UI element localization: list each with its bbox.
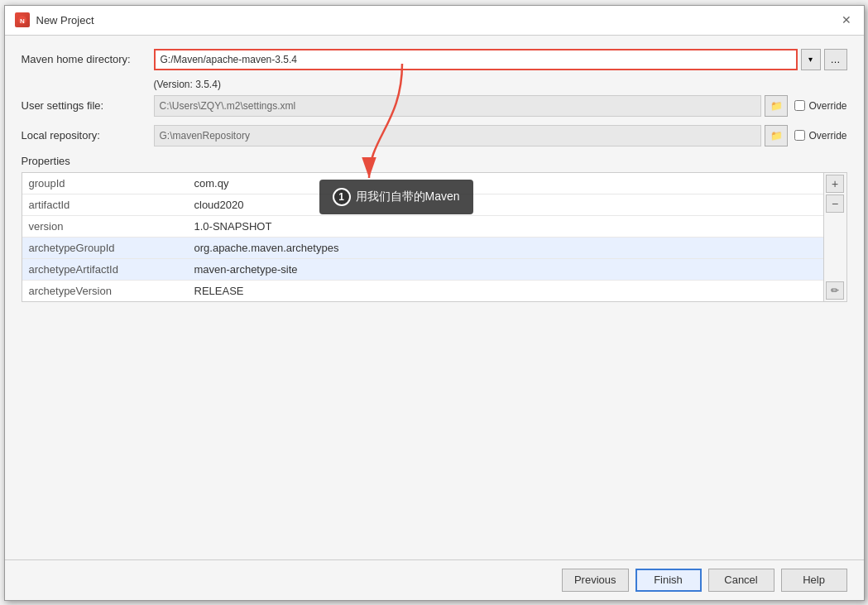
dialog-icon: N	[15, 12, 30, 27]
new-project-dialog: N New Project ✕ Maven home directory: ▾ …	[4, 5, 865, 601]
title-bar-left: N New Project	[15, 12, 94, 27]
user-settings-override-checkbox[interactable]	[794, 100, 805, 111]
remove-property-button[interactable]: −	[826, 194, 844, 213]
property-value: cloud2020	[188, 194, 823, 215]
property-value: RELEASE	[188, 280, 823, 301]
property-value: com.qy	[188, 173, 823, 194]
dialog-content: Maven home directory: ▾ … (Version: 3.5.…	[5, 36, 864, 559]
property-value: org.apache.maven.archetypes	[188, 237, 823, 258]
add-property-button[interactable]: +	[826, 175, 844, 193]
property-key: groupId	[22, 173, 188, 194]
properties-sidebar: + − ✏	[823, 173, 846, 301]
override-group-2: Override	[794, 130, 846, 142]
maven-home-field-group: ▾ …	[154, 49, 847, 70]
dialog-title: New Project	[36, 14, 94, 26]
tooltip-balloon: 1用我们自带的Maven	[319, 180, 473, 214]
maven-home-row: Maven home directory: ▾ …	[22, 49, 847, 70]
user-settings-browse-button[interactable]: 📁	[765, 95, 788, 117]
maven-home-label: Maven home directory:	[22, 53, 154, 65]
maven-home-input[interactable]	[154, 49, 798, 70]
properties-section: Properties groupId com.qy artifactId clo…	[22, 155, 847, 302]
svg-text:N: N	[20, 17, 25, 25]
local-repo-input[interactable]	[154, 125, 762, 146]
local-repo-label: Local repository:	[22, 129, 154, 142]
maven-home-dropdown-button[interactable]: ▾	[801, 49, 821, 70]
help-button[interactable]: Help	[781, 569, 847, 592]
edit-property-button[interactable]: ✏	[826, 281, 844, 300]
local-repo-override-label: Override	[808, 130, 846, 142]
tooltip-text: 用我们自带的Maven	[356, 190, 460, 203]
property-value: 1.0-SNAPSHOT	[188, 215, 823, 237]
table-row[interactable]: archetypeGroupId org.apache.maven.archet…	[22, 237, 846, 258]
tooltip-overlay: 1用我们自带的Maven	[319, 180, 473, 214]
user-settings-override-label: Override	[808, 100, 846, 112]
dialog-footer: Previous Finish Cancel Help	[5, 559, 864, 600]
table-row[interactable]: archetypeVersion RELEASE	[22, 280, 846, 301]
finish-button[interactable]: Finish	[635, 569, 702, 592]
previous-button[interactable]: Previous	[562, 569, 629, 592]
local-repo-field-group: 📁 Override	[154, 125, 847, 146]
maven-version-hint: (Version: 3.5.4)	[154, 79, 847, 90]
property-key: version	[22, 215, 188, 237]
user-settings-label: User settings file:	[22, 99, 154, 112]
property-key: archetypeArtifactId	[22, 258, 188, 280]
local-repo-row: Local repository: 📁 Override	[22, 125, 847, 146]
title-bar: N New Project ✕	[5, 6, 864, 36]
user-settings-row: User settings file: 📁 Override	[22, 95, 847, 117]
property-key: artifactId	[22, 194, 188, 215]
cancel-button[interactable]: Cancel	[708, 569, 774, 592]
table-row[interactable]: archetypeArtifactId maven-archetype-site	[22, 258, 846, 280]
table-row[interactable]: version 1.0-SNAPSHOT	[22, 215, 846, 237]
override-group-1: Override	[794, 100, 846, 112]
property-key: archetypeVersion	[22, 280, 188, 301]
tooltip-number: 1	[333, 188, 351, 206]
user-settings-field-group: 📁 Override	[154, 95, 847, 117]
property-value: maven-archetype-site	[188, 258, 823, 280]
local-repo-browse-button[interactable]: 📁	[765, 125, 788, 146]
maven-home-browse-button[interactable]: …	[824, 49, 847, 70]
user-settings-input[interactable]	[154, 95, 762, 117]
properties-title: Properties	[22, 155, 847, 167]
property-key: archetypeGroupId	[22, 237, 188, 258]
close-button[interactable]: ✕	[839, 12, 854, 27]
local-repo-override-checkbox[interactable]	[794, 130, 805, 141]
